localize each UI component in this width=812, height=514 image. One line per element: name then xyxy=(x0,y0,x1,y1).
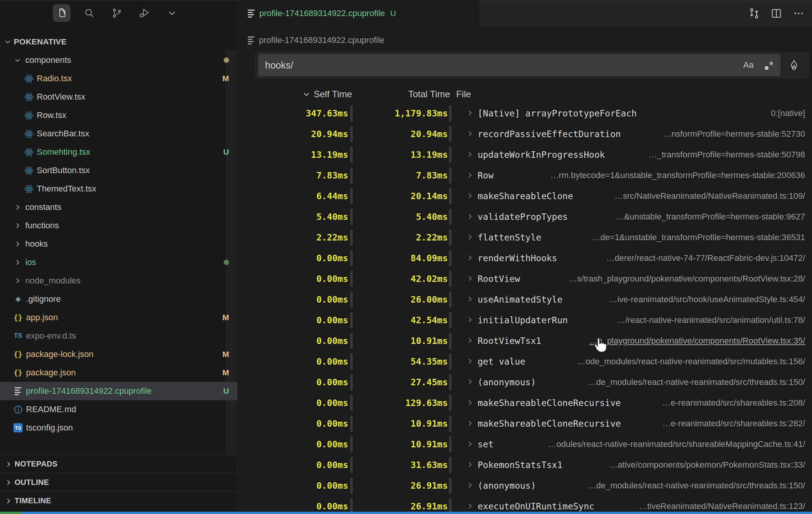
file-location-link[interactable]: …/react-native-reanimated/src/animation/… xyxy=(617,310,805,331)
tree-folder-ios[interactable]: ios xyxy=(0,253,237,272)
tree-file-readme-md[interactable]: README.md xyxy=(0,400,237,419)
chevron-right-icon[interactable] xyxy=(466,109,474,117)
profile-row-rootviewtsx1[interactable]: 0.00ms10.91msRootViewTsx1…h_playground/p… xyxy=(238,331,812,351)
file-location-link[interactable]: …de_modules/react-native-reanimated/src/… xyxy=(588,475,805,496)
file-location-link[interactable]: …&unstable_transformProfile=hermes-stabl… xyxy=(616,206,805,227)
profile-row-get-value[interactable]: 0.00ms54.35msget value…ode_modules/react… xyxy=(238,351,812,372)
remote-indicator[interactable] xyxy=(0,512,21,514)
explorer-icon[interactable] xyxy=(53,4,70,22)
chevron-right-icon[interactable] xyxy=(466,502,474,510)
file-location-link[interactable]: …src/NativeReanimated/NativeReanimated.t… xyxy=(614,186,805,206)
profile-row-flattenstyle[interactable]: 2.22ms2.22msflattenStyle…de=1&unstable_t… xyxy=(238,227,812,248)
file-location-link[interactable]: …nsformProfile=hermes-stable:52730 xyxy=(663,124,805,144)
file-location-link[interactable]: …ive-reanimated/src/hook/useAnimatedStyl… xyxy=(609,289,805,310)
search-icon[interactable] xyxy=(80,4,98,22)
file-location-link[interactable]: …ative/components/pokemon/PokemonStats.t… xyxy=(609,455,805,475)
explorer-root-row[interactable]: POKENATIVE xyxy=(0,33,237,51)
chevron-right-icon[interactable] xyxy=(466,337,474,344)
tree-file-package-lock-json[interactable]: {}package-lock.jsonM xyxy=(0,345,237,363)
tree-file-package-json[interactable]: {}package.jsonM xyxy=(0,363,237,382)
tree-file-expo-env-d-ts[interactable]: TSexpo-env.d.ts xyxy=(0,327,237,345)
chevron-right-icon[interactable] xyxy=(466,275,474,282)
tree-folder-hooks[interactable]: hooks xyxy=(0,235,237,253)
chevron-right-icon[interactable] xyxy=(466,481,474,489)
file-location-link[interactable]: …ode_modules/react-native-reanimated/src… xyxy=(577,351,805,372)
profile-row-pokemonstatstsx1[interactable]: 0.00ms31.63msPokemonStatsTsx1…ative/comp… xyxy=(238,455,812,475)
chevron-right-icon[interactable] xyxy=(466,192,474,200)
profile-row-rootview[interactable]: 0.00ms42.02msRootView…s/trash_playground… xyxy=(238,268,812,289)
tree-file-tsconfig-json[interactable]: TStsconfig.json xyxy=(0,419,237,437)
file-location-link[interactable]: …tiveReanimated/NativeReanimated.ts:123/ xyxy=(639,496,805,512)
file-location-link[interactable]: …odules/react-native-reanimated/src/shar… xyxy=(548,434,805,455)
profile-row-initialupdaterrun[interactable]: 0.00ms42.54msinitialUpdaterRun…/react-na… xyxy=(238,310,812,331)
profile-row-recordpassiveeffectduration[interactable]: 20.94ms20.94msrecordPassiveEffectDuratio… xyxy=(238,124,812,144)
source-control-icon[interactable] xyxy=(108,4,126,22)
file-location-link[interactable]: …rm.bytecode=1&unstable_transformProfile… xyxy=(550,165,805,186)
file-location-link[interactable]: …e-reanimated/src/shareables.ts:208/ xyxy=(662,393,805,413)
chevron-right-icon[interactable] xyxy=(466,130,474,138)
tree-file--gitignore[interactable]: .gitignore xyxy=(0,290,237,308)
flame-graph-button[interactable] xyxy=(786,57,802,74)
tree-folder-node-modules[interactable]: node_modules xyxy=(0,272,237,290)
profile-row-makeshareableclonerecursive[interactable]: 0.00ms10.91msmakeShareableCloneRecursive… xyxy=(238,413,812,434)
file-location-link[interactable]: …s/trash_playground/pokenative/component… xyxy=(569,268,805,289)
profile-row-updateworkinprogresshook[interactable]: 13.19ms13.19msupdateWorkInProgressHook…_… xyxy=(238,144,812,165)
file-location-link[interactable]: …de=1&unstable_transformProfile=hermes-s… xyxy=(592,227,805,248)
chevron-right-icon[interactable] xyxy=(466,151,474,158)
tab-cpuprofile[interactable]: profile-1741689314922.cpuprofile U xyxy=(238,0,480,26)
tree-file-searchbar-tsx[interactable]: SearchBar.tsx xyxy=(0,124,237,143)
section-timeline[interactable]: TIMELINE xyxy=(0,491,237,510)
split-editor-icon[interactable] xyxy=(769,6,784,21)
chevron-right-icon[interactable] xyxy=(466,213,474,220)
chevron-right-icon[interactable] xyxy=(466,254,474,262)
tree-file-rootview-tsx[interactable]: RootView.tsx xyxy=(0,88,237,106)
tree-file-sortbutton-tsx[interactable]: SortButton.tsx xyxy=(0,161,237,180)
tree-file-somehting-tsx[interactable]: Somehting.tsxU xyxy=(0,143,237,161)
chevron-right-icon[interactable] xyxy=(466,399,474,406)
more-actions-icon[interactable] xyxy=(791,6,806,21)
column-header-total-time[interactable]: Total Time xyxy=(355,85,450,104)
chevron-right-icon[interactable] xyxy=(466,357,474,365)
open-changes-icon[interactable] xyxy=(747,6,761,21)
column-header-file[interactable]: File xyxy=(456,85,471,104)
match-case-button[interactable]: Aa xyxy=(741,57,756,73)
run-and-debug-icon[interactable] xyxy=(136,4,153,22)
chevron-right-icon[interactable] xyxy=(466,461,474,468)
file-location-link[interactable]: …_transformProfile=hermes-stable:50798 xyxy=(648,144,805,165)
tree-folder-functions[interactable]: functions xyxy=(0,216,237,235)
profile-row--anonymous-[interactable]: 0.00ms27.45ms(anonymous)…de_modules/reac… xyxy=(238,372,812,393)
filter-input[interactable]: hooks/ Aa * xyxy=(258,54,781,76)
profile-row--native-arrayprototypeforeach[interactable]: 347.63ms1,179.83ms[Native] arrayPrototyp… xyxy=(238,103,812,124)
file-location-link[interactable]: …de_modules/react-native-reanimated/src/… xyxy=(588,372,805,393)
profile-row-executeonuiruntimesync[interactable]: 0.00ms26.91msexecuteOnUIRuntimeSync…tive… xyxy=(238,496,812,512)
profile-row-makeshareableclone[interactable]: 6.44ms20.14msmakeShareableClone…src/Nati… xyxy=(238,186,812,206)
section-notepads[interactable]: NOTEPADS xyxy=(0,455,237,473)
profile-row-makeshareableclonerecursive[interactable]: 0.00ms129.63msmakeShareableCloneRecursiv… xyxy=(238,393,812,413)
file-location-link[interactable]: …derer/react-native-74-77/ReactFabric-de… xyxy=(606,248,805,268)
tree-folder-components[interactable]: components xyxy=(0,51,237,69)
tree-file-themedtext-tsx[interactable]: ThemedText.tsx xyxy=(0,180,237,198)
file-location-link[interactable]: 0:[native] xyxy=(771,103,805,124)
breadcrumb[interactable]: profile-1741689314922.cpuprofile xyxy=(248,31,385,49)
chevron-right-icon[interactable] xyxy=(466,419,474,427)
chevron-right-icon[interactable] xyxy=(466,378,474,386)
profile-row-row[interactable]: 7.83ms7.83msRow…rm.bytecode=1&unstable_t… xyxy=(238,165,812,186)
chevron-right-icon[interactable] xyxy=(466,171,474,179)
profile-row-renderwithhooks[interactable]: 0.00ms84.09msrenderWithHooks…derer/react… xyxy=(238,248,812,268)
tree-file-profile-1741689314922-cpuprofile[interactable]: profile-1741689314922.cpuprofileU xyxy=(0,382,237,400)
regex-button[interactable]: * xyxy=(761,57,777,73)
profile-row-set[interactable]: 0.00ms10.91msset…odules/react-native-rea… xyxy=(238,434,812,455)
file-location-link[interactable]: …e-reanimated/src/shareables.ts:282/ xyxy=(662,413,805,434)
chevron-right-icon[interactable] xyxy=(466,233,474,241)
tree-file-radio-tsx[interactable]: Radio.tsxM xyxy=(0,69,237,88)
profile-row-useanimatedstyle[interactable]: 0.00ms26.00msuseAnimatedStyle…ive-reanim… xyxy=(238,289,812,310)
tree-file-row-tsx[interactable]: Row.tsx xyxy=(0,106,237,124)
profile-row--anonymous-[interactable]: 0.00ms26.91ms(anonymous)…de_modules/reac… xyxy=(238,475,812,496)
chevron-right-icon[interactable] xyxy=(466,316,474,324)
more-views-chevron-icon[interactable] xyxy=(163,4,181,22)
chevron-right-icon[interactable] xyxy=(466,440,474,448)
section-outline[interactable]: OUTLINE xyxy=(0,473,237,491)
tree-folder-constants[interactable]: constants xyxy=(0,198,237,216)
profile-row-validateproptypes[interactable]: 5.40ms5.40msvalidatePropTypes…&unstable_… xyxy=(238,206,812,227)
chevron-right-icon[interactable] xyxy=(466,295,474,303)
